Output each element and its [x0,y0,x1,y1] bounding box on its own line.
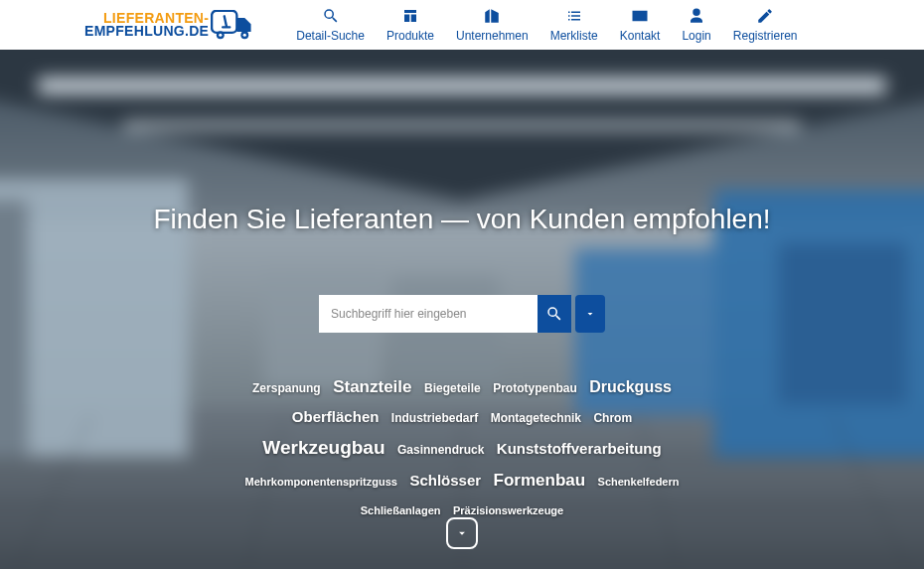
tag-präzisionswerkzeuge[interactable]: Präzisionswerkzeuge [453,504,563,516]
list-icon [565,7,583,25]
tag-zerspanung[interactable]: Zerspanung [252,381,321,395]
tag-stanzteile[interactable]: Stanzteile [333,377,411,396]
nav-label: Registrieren [733,29,798,43]
nav-produkte[interactable]: Produkte [386,7,434,43]
nav-label: Kontakt [620,29,661,43]
tag-druckguss[interactable]: Druckguss [589,378,672,395]
logo[interactable]: LIEFERANTEN- EMPFEHLUNG.DE [84,10,258,40]
tag-schließanlagen[interactable]: Schließanlagen [361,504,441,516]
nav-merkliste[interactable]: Merkliste [550,7,598,43]
chevron-down-icon [455,526,469,540]
tag-prototypenbau[interactable]: Prototypenbau [493,381,577,395]
tag-mehrkomponentenspritzguss[interactable]: Mehrkomponentenspritzguss [245,476,397,488]
tag-chrom[interactable]: Chrom [593,411,632,425]
search-row [319,295,605,333]
nav-kontakt[interactable]: Kontakt [620,7,661,43]
main-nav: Detail-Suche Produkte Unternehmen Merkli… [296,7,797,43]
hero-section: Finden Sie Lieferanten — von Kunden empf… [0,50,924,569]
hero-title: Finden Sie Lieferanten — von Kunden empf… [153,204,770,235]
box-icon [401,7,419,25]
nav-label: Detail-Suche [296,29,365,43]
nav-login[interactable]: Login [682,7,710,43]
tag-werkzeugbau[interactable]: Werkzeugbau [262,437,385,458]
search-icon [322,7,340,25]
user-icon [688,7,705,25]
truck-icon [211,10,258,40]
tag-schenkelfedern[interactable]: Schenkelfedern [598,476,680,488]
nav-label: Merkliste [550,29,598,43]
tag-kunststoffverarbeitung[interactable]: Kunststoffverarbeitung [497,440,662,457]
search-icon [545,305,563,323]
tag-formenbau[interactable]: Formenbau [494,471,586,490]
search-button[interactable] [538,295,571,333]
nav-label: Produkte [386,29,434,43]
svg-point-4 [243,34,246,37]
nav-unternehmen[interactable]: Unternehmen [456,7,529,43]
nav-label: Unternehmen [456,29,529,43]
tag-cloud: Zerspanung Stanzteile Biegeteile Prototy… [233,372,691,524]
tag-biegeteile[interactable]: Biegeteile [424,381,481,395]
nav-registrieren[interactable]: Registrieren [733,7,798,43]
search-dropdown-button[interactable] [575,295,605,333]
header: LIEFERANTEN- EMPFEHLUNG.DE Detail-Suche … [0,0,924,50]
chevron-down-icon [584,308,596,320]
nav-detail-suche[interactable]: Detail-Suche [296,7,365,43]
tag-industriebedarf[interactable]: Industriebedarf [391,411,478,425]
logo-line2: EMPFEHLUNG.DE [84,25,209,38]
tag-schlösser[interactable]: Schlösser [409,472,481,489]
scroll-down-button[interactable] [446,517,478,549]
search-input[interactable] [319,295,538,333]
nav-label: Login [682,29,710,43]
mail-icon [631,7,649,25]
pencil-icon [756,7,774,25]
building-icon [483,7,501,25]
tag-oberflächen[interactable]: Oberflächen [292,408,380,425]
tag-montagetechnik[interactable]: Montagetechnik [491,411,581,425]
svg-point-2 [219,34,222,37]
tag-gasinnendruck[interactable]: Gasinnendruck [397,443,484,457]
